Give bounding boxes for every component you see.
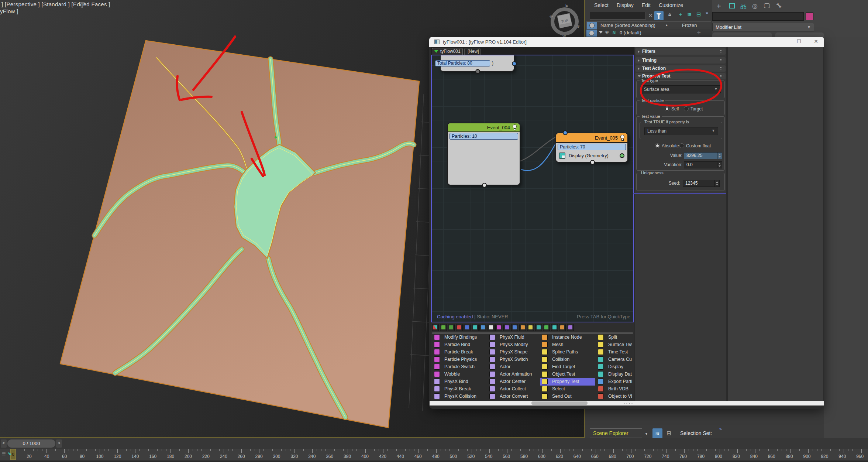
event-005-header[interactable]: Event_005	[556, 133, 627, 143]
script-icon[interactable]	[527, 324, 534, 331]
trackbar-icons[interactable]: ☰ ∿	[2, 450, 11, 457]
modifier-list-dropdown[interactable]: Modifier List▼	[712, 23, 814, 31]
depot-item[interactable]: Time Test	[598, 349, 633, 356]
display-column-icon[interactable]	[587, 22, 597, 29]
purple-icon[interactable]	[503, 324, 510, 331]
next-frame-button[interactable]: >	[56, 439, 62, 448]
seed-spinner[interactable]: 12345	[683, 180, 720, 187]
tab-tyflow001[interactable]: tyFlow001	[432, 48, 463, 55]
menu-edit[interactable]: Edit	[642, 2, 651, 8]
display-port[interactable]	[620, 153, 624, 158]
radio-target[interactable]	[684, 106, 689, 111]
hierarchy-icon[interactable]: ⊟	[696, 11, 701, 18]
birth-icon[interactable]	[440, 324, 447, 331]
radio-custom-float[interactable]	[679, 143, 684, 148]
scene-explorer-header[interactable]: Name (Sorted Ascending) ▲ Frozen	[586, 21, 711, 29]
funnel-icon[interactable]	[79, 2, 85, 5]
filter-button[interactable]	[654, 11, 664, 20]
motion-tab-icon[interactable]: ◎	[752, 2, 758, 10]
clear-search-icon[interactable]: ✕	[648, 13, 653, 18]
box-icon[interactable]	[519, 324, 526, 331]
row-display-icon[interactable]	[586, 30, 597, 37]
menu-select[interactable]: Select	[594, 2, 609, 8]
radio-self-label[interactable]: Self	[671, 106, 679, 112]
object-name-field[interactable]	[712, 12, 804, 21]
name-column-header[interactable]: Name (Sorted Ascending)	[600, 23, 655, 28]
window-titlebar[interactable]: tyFlow001 : [tyFlow PRO v1.104 Editor] –…	[429, 37, 824, 47]
split-icon[interactable]	[479, 324, 486, 331]
actor-icon[interactable]	[511, 324, 518, 331]
depot-item[interactable]: Camera Cul	[598, 356, 633, 364]
bulb-icon[interactable]	[620, 135, 625, 141]
test-icon[interactable]	[488, 324, 495, 331]
bot-icon[interactable]	[535, 324, 542, 331]
display-tab-icon[interactable]: 🖵	[764, 2, 770, 10]
bottom-port[interactable]	[475, 69, 480, 74]
window-scrollbar[interactable]	[430, 401, 824, 405]
depot-item[interactable]: Split	[598, 334, 633, 342]
rollout-timing[interactable]: Timing	[636, 57, 726, 64]
combo-arrow-icon[interactable]: ▼	[645, 432, 648, 436]
bind-icon[interactable]	[495, 324, 502, 331]
frame-display[interactable]: 0 / 1000	[7, 439, 55, 448]
tab-new[interactable]: [New]	[464, 48, 480, 55]
export-icon[interactable]	[567, 324, 574, 331]
hierarchy-tab-icon[interactable]: 品	[740, 2, 747, 11]
scene-explorer-combo[interactable]: Scene Explorer	[590, 428, 642, 438]
event-graph[interactable]: Mesh (TriMesh [Render]) Total Particles:…	[431, 55, 634, 322]
diamond-icon[interactable]	[551, 324, 558, 331]
rollout-filters[interactable]: Filters	[636, 48, 726, 55]
layer-name[interactable]: 0 (default)	[620, 30, 641, 35]
layers-button[interactable]: ≋	[652, 428, 662, 438]
depot-item[interactable]: Surface Test	[598, 342, 633, 349]
depot-item[interactable]: Display Data	[598, 371, 633, 379]
arrow-icon[interactable]	[543, 324, 550, 331]
prev-frame-button[interactable]: <	[1, 439, 7, 448]
radio-self[interactable]	[665, 106, 669, 111]
utilities-tab-icon[interactable]: 🔧︎	[776, 2, 782, 10]
test-true-dropdown[interactable]: Less than▼	[644, 127, 718, 135]
bulb-icon[interactable]	[512, 124, 517, 131]
radio-custom-label[interactable]: Custom float	[686, 143, 711, 148]
search-input[interactable]	[590, 12, 646, 20]
mesh-icon[interactable]	[472, 324, 479, 331]
close-button[interactable]: ✕	[812, 38, 820, 44]
menu-display[interactable]: Display	[617, 2, 634, 8]
radio-absolute[interactable]	[655, 143, 660, 148]
object-color-swatch[interactable]	[806, 13, 813, 20]
delete-icon[interactable]	[456, 324, 463, 331]
modify-tab-icon[interactable]	[729, 3, 735, 8]
expand-arrow-icon[interactable]	[599, 31, 603, 34]
scene-explorer-row[interactable]: 👁︎ ≋ 0 (default) ✛	[586, 30, 711, 37]
layers-icon[interactable]: ≋	[687, 11, 692, 18]
depot-item[interactable]: Display	[598, 364, 633, 371]
variation-spinner[interactable]: 0.0	[684, 161, 722, 168]
event-004-bottom-port[interactable]	[482, 183, 487, 188]
grid-green-icon[interactable]	[448, 324, 455, 331]
time-ruler[interactable]: 0204060801001201401601802002202402602803…	[0, 449, 868, 461]
frozen-column-header[interactable]: Frozen	[682, 23, 697, 28]
depot-toggle-icon[interactable]	[432, 324, 439, 331]
viewport-label[interactable]: ] [Perspective ] [Standard ] [Edged Face…	[1, 1, 110, 7]
rollout-test-action[interactable]: Test Action	[636, 65, 726, 72]
event-005-input-port[interactable]	[563, 130, 568, 135]
add-icon[interactable]: ＋	[678, 11, 683, 18]
menu-customize[interactable]: Customize	[659, 2, 683, 8]
maximize-button[interactable]: ☐	[795, 38, 803, 44]
node-event-004[interactable]: Event_004 Particles: 10	[447, 123, 520, 185]
radio-target-label[interactable]: Target	[690, 106, 703, 112]
minimize-button[interactable]: –	[778, 38, 785, 44]
test-type-dropdown[interactable]: Surface area▼	[641, 85, 721, 93]
event-005-bottom-port[interactable]	[590, 160, 595, 165]
operator-label[interactable]: Display (Geometry)	[569, 153, 609, 158]
output-port[interactable]	[512, 61, 517, 66]
depot-item[interactable]: Object to VD	[598, 393, 633, 401]
value-spinner[interactable]: 8296.25	[684, 152, 722, 159]
chart-icon[interactable]	[559, 324, 566, 331]
lock-icon[interactable]: 🔒︎	[668, 11, 671, 18]
depot-item[interactable]: Export Parti	[598, 379, 633, 386]
overflow-chevrons[interactable]: »	[706, 10, 708, 16]
eye-icon[interactable]: 👁︎	[605, 30, 609, 35]
event-004-header[interactable]: Event_004	[448, 123, 520, 132]
radio-absolute-label[interactable]: Absolute	[662, 143, 679, 148]
